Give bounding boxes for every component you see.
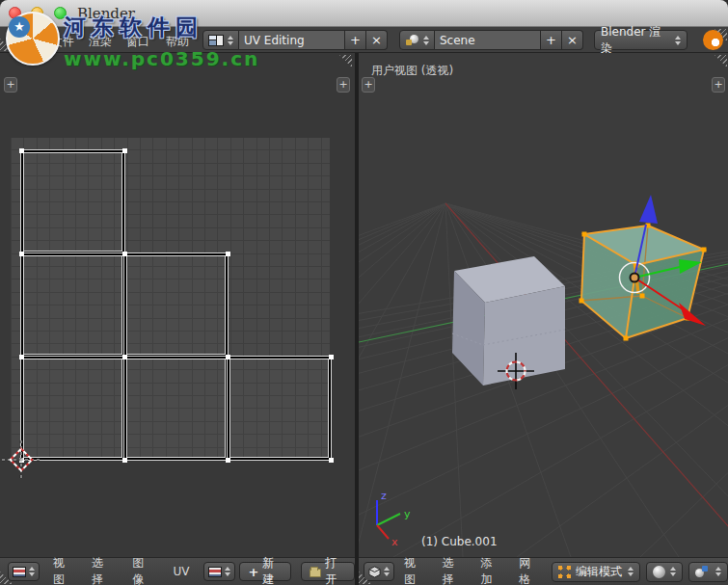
edit-mode-icon (558, 566, 571, 578)
viewport-3d-header: 视图 选择 添加 网格 编辑模式 (359, 557, 728, 585)
chevron-updown-icon (384, 567, 390, 576)
uv-vertex[interactable] (226, 458, 230, 463)
delete-layout-button[interactable]: × (366, 30, 388, 50)
active-object-label: (1) Cube.001 (421, 535, 498, 548)
screen-layout-selector[interactable] (202, 30, 239, 50)
uv-menu-uv[interactable]: UV (173, 565, 189, 578)
close-window-button[interactable] (9, 7, 21, 19)
chevron-updown-icon (715, 567, 721, 576)
axis-x-label: x (391, 536, 398, 548)
viewport-3d-area: z y x 用户视图 (透视) (1) Cube.001 + + 视图 选择 添… (359, 53, 728, 585)
uv-vertex[interactable] (19, 148, 24, 153)
folder-icon (310, 569, 321, 577)
axis-y-label: y (404, 508, 411, 520)
add-layout-button[interactable]: + (345, 30, 366, 50)
expand-panel-button[interactable]: + (4, 77, 17, 93)
uv-editor-header: 视图 选择 图像 UV + 新建 打开 (0, 557, 355, 585)
uv-canvas[interactable] (11, 138, 330, 461)
uv-vertex[interactable] (122, 458, 127, 463)
vp-menu-add[interactable]: 添加 (481, 555, 502, 585)
expand-panel-button[interactable]: + (712, 77, 725, 93)
mini-axis-gizmo: z y x (377, 490, 411, 548)
menu-render[interactable]: 渲染 (89, 34, 112, 50)
shading-sphere-icon (653, 566, 665, 578)
zoom-window-button[interactable] (54, 7, 67, 19)
screen-layout-group: UV Editing + × (202, 30, 388, 50)
chevron-updown-icon (228, 36, 233, 45)
chevron-updown-icon (670, 567, 676, 576)
scene-name-field[interactable]: Scene (435, 30, 541, 50)
minimize-window-button[interactable] (31, 7, 43, 19)
uv-island-face[interactable] (124, 357, 228, 460)
render-engine-dropdown[interactable]: Blender 渲染 (594, 30, 688, 50)
axis-z-label: z (381, 490, 387, 502)
image-editor-icon (13, 567, 26, 577)
open-image-label: 打开 (325, 555, 346, 585)
layout-icon (208, 35, 224, 46)
chevron-updown-icon (225, 567, 230, 576)
viewport-shading-dropdown[interactable] (646, 562, 683, 582)
expand-panel-button[interactable]: + (337, 77, 350, 93)
editor-type-button-3d[interactable] (364, 562, 394, 581)
screen-layout-name-field[interactable]: UV Editing (239, 30, 345, 50)
delete-scene-button[interactable]: × (562, 30, 583, 50)
menu-file[interactable]: 文件 (51, 34, 74, 50)
uv-island-face[interactable] (124, 253, 228, 357)
uv-vertex[interactable] (226, 355, 230, 359)
menu-help[interactable]: 帮助 (166, 34, 189, 50)
uv-menu-view[interactable]: 视图 (53, 555, 74, 585)
uv-vertex[interactable] (122, 252, 127, 256)
window-title: Blender (77, 5, 135, 22)
chevron-updown-icon (423, 36, 429, 45)
menu-window[interactable]: 窗口 (126, 34, 149, 50)
uv-menu-image[interactable]: 图像 (132, 555, 153, 585)
uv-2d-cursor (2, 440, 40, 479)
blender-window: Blender i 文件 渲染 窗口 帮助 UV Editing + × Sce… (0, 0, 728, 585)
info-icon: i (8, 31, 23, 46)
uv-vertex[interactable] (329, 355, 334, 359)
add-scene-button[interactable]: + (541, 30, 562, 50)
uv-vertex[interactable] (19, 355, 24, 359)
viewport-3d-canvas[interactable]: z y x (359, 53, 728, 557)
area-corner-handle[interactable] (339, 55, 352, 67)
editor-type-button-info[interactable]: i (8, 31, 32, 46)
scene-icon (405, 34, 419, 46)
gizmo-z-arrow-icon[interactable] (639, 195, 658, 224)
uv-vertex[interactable] (122, 355, 127, 359)
uv-island-face[interactable] (21, 253, 124, 357)
image-browse-dropdown[interactable] (203, 562, 235, 581)
uv-island-face[interactable] (21, 150, 124, 253)
new-image-label: 新建 (262, 555, 283, 585)
editor-type-button-uv[interactable] (8, 562, 40, 581)
scene-group: Scene + × (399, 30, 583, 50)
chevron-updown-icon (26, 34, 32, 43)
uv-vertex[interactable] (226, 252, 230, 256)
uv-vertex[interactable] (122, 148, 127, 153)
uv-image-editor-area: + + 视图 选择 图像 UV + 新建 打开 (0, 53, 355, 585)
new-image-button[interactable]: + 新建 (239, 562, 291, 581)
gizmo-center[interactable] (631, 274, 639, 282)
render-engine-label: Blender 渲染 (601, 24, 670, 57)
plus-icon: + (248, 565, 258, 579)
vp-menu-select[interactable]: 选择 (443, 555, 464, 585)
vp-menu-mesh[interactable]: 网格 (519, 555, 540, 585)
mode-dropdown[interactable]: 编辑模式 (552, 562, 640, 582)
chevron-updown-icon (29, 567, 35, 576)
view-name-label: 用户视图 (透视) (371, 63, 453, 79)
chevron-updown-icon (675, 36, 681, 45)
chevron-updown-icon (628, 567, 634, 576)
cube-icon (368, 566, 381, 578)
uv-vertex[interactable] (19, 252, 24, 256)
open-image-button[interactable]: 打开 (301, 562, 355, 581)
pivot-point-dropdown[interactable] (688, 562, 728, 582)
top-menu-bar: i 文件 渲染 窗口 帮助 UV Editing + × Scene + × (0, 27, 728, 53)
uv-vertex[interactable] (329, 458, 334, 463)
vp-menu-view[interactable]: 视图 (404, 555, 425, 585)
expand-panel-button[interactable]: + (362, 77, 375, 93)
scene-selector[interactable] (399, 30, 435, 50)
image-icon (208, 567, 222, 577)
uv-menu-select[interactable]: 选择 (92, 555, 113, 585)
mode-label: 编辑模式 (576, 564, 623, 580)
pivot-point-icon (695, 566, 711, 578)
uv-island-face[interactable] (228, 357, 331, 460)
